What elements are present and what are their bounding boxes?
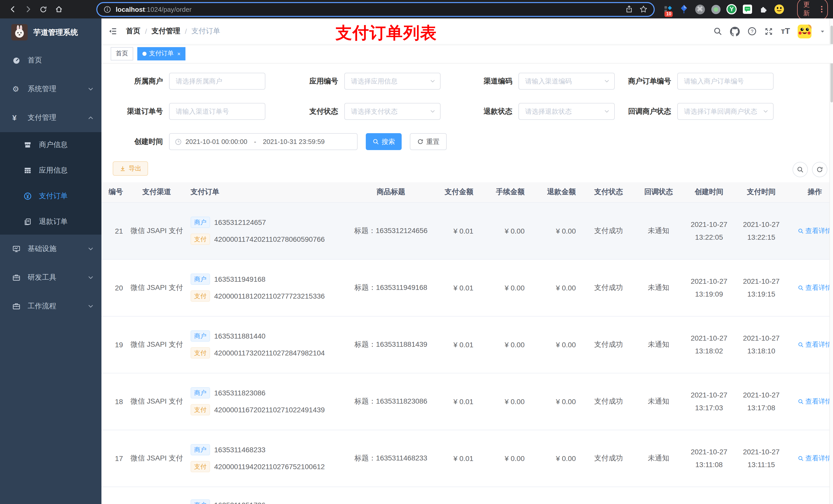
cell-status: 支付成功 <box>583 259 634 316</box>
address-bar[interactable]: localhost:1024/pay/order <box>96 2 655 17</box>
sidebar-item-app-info[interactable]: 应用信息 <box>0 158 101 183</box>
view-detail-link[interactable]: 查看详情 <box>798 454 832 463</box>
merchant-filter-input[interactable] <box>169 73 265 90</box>
logo-image <box>11 24 28 41</box>
url-text: localhost:1024/pay/order <box>116 5 619 13</box>
download-icon <box>119 165 126 172</box>
col-refund: 退款金额 <box>532 182 583 202</box>
chevron-down-icon <box>87 86 94 93</box>
chevron-down-icon <box>87 245 94 253</box>
search-icon[interactable] <box>713 27 722 36</box>
browser-back-button[interactable] <box>5 2 21 16</box>
pay-order-no: 4200001167202110271022491439 <box>214 406 325 414</box>
create-time-range-picker[interactable]: 2021-10-01 00:00:00 - 2021-10-31 23:59:5… <box>169 133 358 150</box>
notify-status-filter-select[interactable] <box>677 103 774 120</box>
sidebar-item-dev-tools[interactable]: 研发工具 <box>0 263 101 292</box>
col-channel: 支付渠道 <box>128 182 186 202</box>
chevron-down-icon <box>87 274 94 281</box>
extensions-puzzle-icon[interactable] <box>758 4 768 14</box>
search-icon <box>798 455 804 461</box>
share-icon[interactable] <box>625 5 634 13</box>
fullscreen-icon[interactable] <box>765 27 773 35</box>
bookmark-star-icon[interactable] <box>640 5 648 13</box>
sidebar-item-label: 系统管理 <box>28 85 87 94</box>
app-filter-select[interactable] <box>344 73 441 90</box>
sidebar-item-pay[interactable]: ¥ 支付管理 <box>0 103 101 132</box>
extension-tabs-icon[interactable]: 10 <box>663 4 673 14</box>
refresh-table-button[interactable] <box>812 162 827 177</box>
browser-profile-avatar[interactable] <box>774 4 784 14</box>
cell-actions: 查看详情 <box>787 259 833 316</box>
extension-dot-icon[interactable] <box>711 4 721 14</box>
app-logo[interactable]: 芋道管理系统 <box>0 19 101 46</box>
tab-home[interactable]: 首页 <box>111 47 133 60</box>
site-info-icon[interactable] <box>103 5 111 13</box>
extension-command-icon[interactable]: ⌘ <box>695 4 705 14</box>
channel-order-no-filter-input[interactable] <box>169 103 265 120</box>
view-detail-link[interactable]: 查看详情 <box>798 226 832 235</box>
browser-update-button[interactable]: 更新 <box>797 0 828 20</box>
sidebar-fold-button[interactable] <box>101 27 124 36</box>
browser-menu-icon[interactable] <box>821 6 823 13</box>
help-icon[interactable] <box>748 27 757 36</box>
sidebar-item-home[interactable]: 首页 <box>0 46 101 75</box>
clock-icon <box>175 138 182 145</box>
sidebar-item-infra[interactable]: 基础设施 <box>0 235 101 263</box>
col-pay-time: 支付时间 <box>735 182 787 202</box>
cell-id: 20 <box>101 259 128 316</box>
cell-notify: 未通知 <box>634 430 683 486</box>
cell-id: 21 <box>101 202 128 259</box>
date-end: 2021-10-31 23:59:59 <box>263 138 325 145</box>
extension-kite-icon[interactable] <box>679 4 689 14</box>
search-button[interactable]: 搜索 <box>366 133 402 150</box>
col-notify: 回调状态 <box>634 182 683 202</box>
merchant-filter-label: 所属商户 <box>105 77 163 86</box>
user-menu-caret-icon[interactable] <box>819 28 826 34</box>
user-avatar[interactable] <box>798 24 811 38</box>
sidebar-item-pay-order[interactable]: 支付订单 <box>0 183 101 209</box>
extension-y-icon[interactable]: Y <box>727 4 737 14</box>
chevron-up-icon <box>87 114 94 121</box>
reset-button[interactable]: 重置 <box>410 133 447 150</box>
breadcrumb-pay-manage[interactable]: 支付管理 <box>152 27 180 36</box>
breadcrumb-current: 支付订单 <box>192 27 220 36</box>
tab-pay-order[interactable]: 支付订单 × <box>137 47 186 60</box>
merchant-order-no: 1635311881440 <box>214 332 265 340</box>
extension-chat-icon[interactable] <box>742 4 753 14</box>
cell-amount: ¥ 0.01 <box>445 430 480 486</box>
browser-forward-button[interactable] <box>21 2 36 16</box>
search-icon <box>798 341 804 347</box>
merchant-order-no-filter-label: 商户订单编号 <box>594 77 671 86</box>
browser-home-button[interactable] <box>51 2 67 16</box>
search-icon <box>796 166 804 173</box>
page-scrollbar[interactable] <box>829 19 833 504</box>
view-detail-link[interactable]: 查看详情 <box>798 340 832 349</box>
font-size-icon[interactable]: ᴛT <box>781 27 790 36</box>
cell-pay-time: 2021-10-2713:22:15 <box>735 202 787 259</box>
merchant-order-no-filter-input[interactable] <box>677 73 774 90</box>
tab-close-icon[interactable]: × <box>177 50 181 56</box>
view-detail-link[interactable]: 查看详情 <box>798 283 832 292</box>
active-tab-dot <box>142 51 146 55</box>
toggle-search-button[interactable] <box>792 162 808 177</box>
export-button[interactable]: 导出 <box>113 161 148 176</box>
view-detail-link[interactable]: 查看详情 <box>798 397 832 406</box>
github-icon[interactable] <box>730 26 740 36</box>
yen-icon: ¥ <box>12 114 21 122</box>
breadcrumb-home[interactable]: 首页 <box>126 27 140 36</box>
cell-actions: 查看详情 <box>787 430 833 486</box>
cell-status: 支付成功 <box>583 316 634 373</box>
grid-icon <box>24 166 32 175</box>
cell-create-time: 2021-10-2713:11:08 <box>683 430 735 486</box>
col-actions: 操作 <box>787 182 833 202</box>
pay-tag: 支付 <box>191 404 210 415</box>
col-create-time: 创建时间 <box>683 182 735 202</box>
browser-reload-button[interactable] <box>36 2 51 16</box>
sidebar-item-workflow[interactable]: 工作流程 <box>0 292 101 321</box>
search-icon <box>373 138 379 145</box>
monitor-icon <box>12 245 21 253</box>
sidebar-item-system[interactable]: ⚙ 系统管理 <box>0 75 101 103</box>
pay-status-filter-select[interactable] <box>344 103 441 120</box>
sidebar-item-refund-order[interactable]: 退款订单 <box>0 209 101 235</box>
sidebar-item-merchant-info[interactable]: 商户信息 <box>0 132 101 158</box>
